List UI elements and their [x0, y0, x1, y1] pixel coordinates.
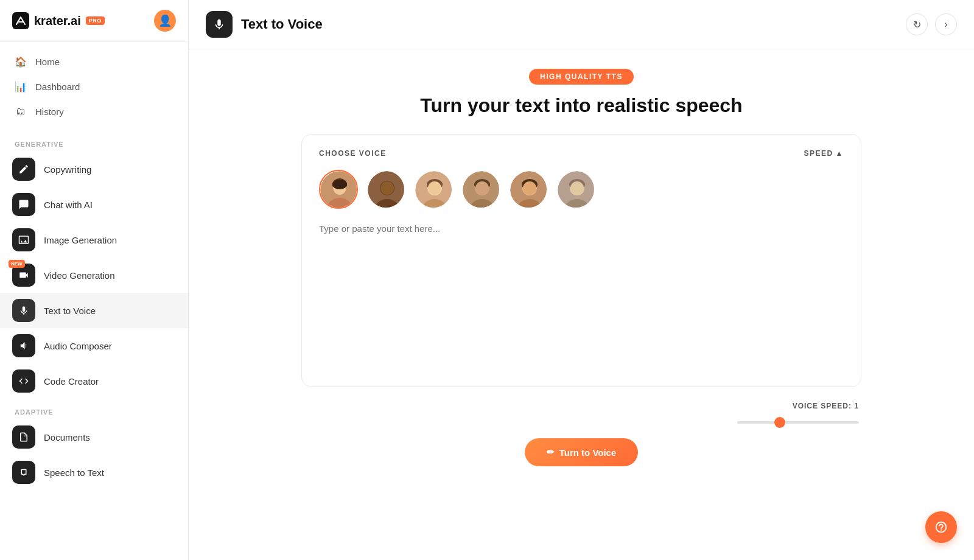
user-avatar[interactable]: 👤: [154, 10, 176, 32]
sidebar-item-history-label: History: [35, 107, 64, 117]
svg-point-11: [380, 181, 394, 195]
sidebar-item-image-generation[interactable]: Image Generation: [0, 222, 188, 257]
choose-voice-label: CHOOSE VOICE: [319, 149, 387, 158]
copywriting-icon-box: [12, 158, 35, 181]
page-content: HIGH QUALITY TTS Turn your text into rea…: [189, 49, 974, 560]
voice-avatar-1[interactable]: [319, 170, 358, 209]
voice-card-header: CHOOSE VOICE SPEED ▲: [319, 149, 844, 158]
text-input[interactable]: [319, 223, 844, 369]
voice-avatar-5[interactable]: [509, 170, 548, 209]
sidebar-item-copywriting[interactable]: Copywriting: [0, 152, 188, 187]
speed-label-text: SPEED: [804, 149, 833, 158]
sidebar-item-home[interactable]: 🏠 Home: [0, 49, 188, 74]
code-icon-box: [12, 369, 35, 393]
hero-section: HIGH QUALITY TTS Turn your text into rea…: [420, 69, 742, 117]
history-icon: 🗂: [15, 106, 27, 117]
voice-speed-label: VOICE SPEED: 1: [793, 402, 859, 410]
main-nav: 🏠 Home 📊 Dashboard 🗂 History: [0, 42, 188, 131]
sidebar-item-video-label: Video Generation: [44, 270, 114, 281]
sidebar-item-copywriting-label: Copywriting: [44, 164, 91, 175]
page-title-icon: [206, 11, 233, 38]
sidebar-item-home-label: Home: [35, 57, 60, 67]
sidebar-item-speech-to-text-label: Speech to Text: [44, 467, 104, 478]
speech-icon-box: [12, 461, 35, 484]
voice-avatar-4[interactable]: [461, 170, 500, 209]
sidebar-item-chat-label: Chat with AI: [44, 200, 93, 210]
sidebar-item-dashboard-label: Dashboard: [35, 82, 80, 92]
sidebar-item-audio-composer[interactable]: Audio Composer: [0, 328, 188, 363]
svg-point-26: [523, 181, 536, 195]
page-header: Text to Voice ↻ ›: [189, 0, 974, 49]
sidebar-item-code-label: Code Creator: [44, 376, 99, 387]
svg-point-7: [332, 180, 347, 189]
voice-avatar-3[interactable]: [414, 170, 453, 209]
app-name: krater.ai: [34, 14, 81, 28]
logo-area: krater.ai PRO: [12, 12, 105, 29]
home-icon: 🏠: [15, 56, 27, 68]
sidebar-item-video-generation[interactable]: NEW Video Generation: [0, 257, 188, 293]
forward-button[interactable]: ›: [935, 13, 957, 35]
speed-slider-container: [737, 415, 859, 426]
image-icon-box: [12, 228, 35, 251]
turn-to-voice-button[interactable]: ✏ Turn to Voice: [525, 438, 639, 466]
sidebar-item-speech-to-text[interactable]: Speech to Text: [0, 455, 188, 490]
svg-point-16: [428, 181, 441, 195]
sidebar-item-documents[interactable]: Documents: [0, 419, 188, 455]
sidebar: krater.ai PRO 👤 🏠 Home 📊 Dashboard 🗂 His…: [0, 0, 189, 560]
sidebar-item-code-creator[interactable]: Code Creator: [0, 363, 188, 399]
turn-to-voice-label: Turn to Voice: [559, 447, 617, 458]
voice-avatars: [319, 170, 844, 209]
adaptive-section-label: ADAPTIVE: [0, 399, 188, 419]
sidebar-item-text-to-voice[interactable]: Text to Voice: [0, 293, 188, 328]
quality-badge: HIGH QUALITY TTS: [529, 69, 634, 85]
svg-rect-0: [12, 12, 29, 29]
header-actions: ↻ ›: [906, 13, 957, 35]
voice-avatar-2[interactable]: [366, 170, 405, 209]
voice-icon-box: [12, 299, 35, 322]
dashboard-icon: 📊: [15, 81, 27, 93]
floating-help-button[interactable]: [925, 511, 957, 543]
sidebar-item-documents-label: Documents: [44, 432, 90, 443]
sidebar-item-image-label: Image Generation: [44, 235, 117, 245]
svg-point-31: [570, 181, 584, 195]
chat-icon-box: [12, 193, 35, 216]
sidebar-item-text-to-voice-label: Text to Voice: [44, 306, 96, 316]
voice-card: CHOOSE VOICE SPEED ▲: [301, 134, 861, 387]
new-badge: NEW: [9, 260, 25, 268]
voice-avatar-6[interactable]: [556, 170, 595, 209]
speed-toggle[interactable]: SPEED ▲: [804, 149, 844, 158]
audio-icon-box: [12, 334, 35, 357]
documents-icon-box: [12, 425, 35, 449]
refresh-button[interactable]: ↻: [906, 13, 928, 35]
video-icon-box: NEW: [12, 264, 35, 287]
generative-section-label: GENERATIVE: [0, 131, 188, 152]
turn-to-voice-icon: ✏: [547, 447, 555, 458]
sidebar-item-audio-label: Audio Composer: [44, 341, 112, 351]
sidebar-item-dashboard[interactable]: 📊 Dashboard: [0, 74, 188, 99]
page-title: Text to Voice: [241, 16, 323, 32]
sidebar-item-history[interactable]: 🗂 History: [0, 99, 188, 124]
main-content: Text to Voice ↻ › HIGH QUALITY TTS Turn …: [189, 0, 974, 560]
sidebar-item-chat-with-ai[interactable]: Chat with AI: [0, 187, 188, 222]
sidebar-header: krater.ai PRO 👤: [0, 0, 188, 42]
speed-slider[interactable]: [737, 421, 859, 424]
voice-speed-section: VOICE SPEED: 1: [301, 402, 861, 426]
logo-icon: [12, 12, 29, 29]
chevron-up-icon: ▲: [836, 149, 844, 158]
page-title-area: Text to Voice: [206, 11, 323, 38]
svg-point-21: [475, 181, 489, 195]
hero-title: Turn your text into realistic speech: [420, 94, 742, 117]
pro-badge: PRO: [86, 16, 105, 25]
